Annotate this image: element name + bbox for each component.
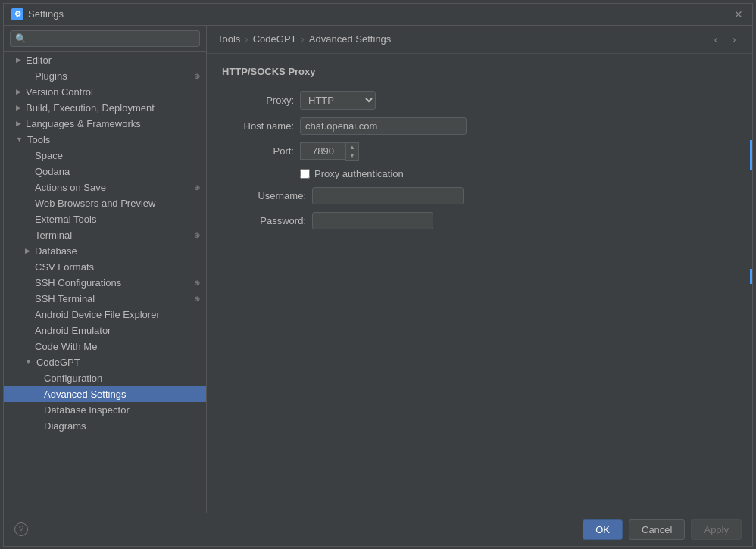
sidebar-item-configuration[interactable]: ▶ Configuration (4, 370, 206, 386)
sidebar-item-csv-formats[interactable]: ▶ CSV Formats (4, 259, 206, 275)
hostname-input[interactable] (300, 117, 467, 135)
dialog-title: Settings (28, 8, 64, 20)
sidebar-item-actions-on-save[interactable]: ▶ Actions on Save ⊕ (4, 179, 206, 195)
expand-icon-db: ▶ (25, 247, 30, 254)
sshc-expand-icon: ⊕ (194, 279, 200, 287)
sidebar-item-ssh-terminal[interactable]: ▶ SSH Terminal ⊕ (4, 291, 206, 307)
sidebar-item-plugins[interactable]: ▶ Plugins ⊕ (4, 68, 206, 84)
search-input[interactable] (10, 30, 200, 47)
breadcrumb-codegpt: CodeGPT (253, 33, 297, 45)
sidebar-item-android-emulator[interactable]: ▶ Android Emulator (4, 323, 206, 338)
password-control (312, 212, 433, 229)
sidebar-item-advanced-settings[interactable]: ▶ Advanced Settings (4, 386, 206, 402)
expand-icon-lang: ▶ (16, 120, 21, 127)
sidebar-item-database[interactable]: ▶ Database (4, 243, 206, 259)
cancel-button[interactable]: Cancel (629, 519, 685, 540)
title-bar: ⚙ Settings ✕ (4, 4, 752, 26)
settings-content: HTTP/SOCKS Proxy Proxy: HTTP SOCKS No pr… (207, 54, 752, 513)
main-content: ▶ Editor ▶ Plugins ⊕ ▶ Version Control ▶… (4, 26, 752, 513)
username-control (312, 187, 464, 204)
sidebar-item-web-browsers[interactable]: ▶ Web Browsers and Preview (4, 195, 206, 211)
expand-icon-tools: ▼ (16, 136, 23, 143)
section-title: HTTP/SOCKS Proxy (222, 66, 737, 80)
sidebar-item-tools[interactable]: ▼ Tools (4, 132, 206, 148)
hostname-row: Host name: (222, 117, 737, 135)
expand-icon-build: ▶ (16, 104, 21, 111)
port-input[interactable] (300, 142, 345, 160)
expand-icon-cgpt: ▼ (25, 358, 32, 366)
sidebar-item-database-inspector[interactable]: ▶ Database Inspector (4, 402, 206, 418)
sidebar: ▶ Editor ▶ Plugins ⊕ ▶ Version Control ▶… (4, 26, 207, 513)
proxy-control: HTTP SOCKS No proxy (300, 91, 376, 110)
sidebar-item-space[interactable]: ▶ Space (4, 148, 206, 164)
settings-dialog: ⚙ Settings ✕ ▶ Editor ▶ Plugins ⊕ ▶ Vers… (3, 3, 753, 547)
password-row: Password: (234, 212, 737, 229)
apply-button[interactable]: Apply (691, 519, 742, 540)
port-control: ▲ ▼ (300, 142, 359, 161)
proxy-auth-row: Proxy authentication (300, 168, 737, 179)
sidebar-item-android-device[interactable]: ▶ Android Device File Explorer (4, 307, 206, 323)
bottom-bar: ? OK Cancel Apply (4, 513, 752, 546)
expand-icon: ▶ (16, 56, 21, 64)
edge-accent-2 (750, 269, 752, 284)
sidebar-item-code-with-me[interactable]: ▶ Code With Me (4, 338, 206, 354)
close-button[interactable]: ✕ (733, 8, 745, 20)
search-box (4, 26, 206, 52)
port-row: Port: ▲ ▼ (222, 142, 737, 161)
sidebar-item-build[interactable]: ▶ Build, Execution, Deployment (4, 100, 206, 116)
password-input[interactable] (312, 212, 433, 229)
dialog-buttons: OK Cancel Apply (583, 519, 742, 540)
sidebar-item-terminal[interactable]: ▶ Terminal ⊕ (4, 227, 206, 243)
term-expand-icon: ⊕ (194, 231, 200, 239)
ssht-expand-icon: ⊕ (194, 295, 200, 303)
breadcrumb-sep-1: › (245, 33, 248, 45)
proxy-auth-checkbox[interactable] (300, 169, 310, 179)
proxy-label: Proxy: (222, 95, 294, 106)
sidebar-item-codegpt[interactable]: ▼ CodeGPT (4, 354, 206, 370)
hostname-control (300, 117, 467, 135)
sidebar-item-version-control[interactable]: ▶ Version Control (4, 84, 206, 100)
username-input[interactable] (312, 187, 464, 204)
sidebar-item-ssh-configurations[interactable]: ▶ SSH Configurations ⊕ (4, 275, 206, 291)
breadcrumb-nav: ‹ › (708, 32, 742, 47)
proxy-auth-label[interactable]: Proxy authentication (314, 168, 404, 179)
username-row: Username: (234, 187, 737, 204)
nav-forward-button[interactable]: › (726, 32, 742, 47)
sidebar-item-diagrams[interactable]: ▶ Diagrams (4, 418, 206, 434)
sidebar-item-qodana[interactable]: ▶ Qodana (4, 164, 206, 179)
expand-icon-vc: ▶ (16, 88, 21, 95)
breadcrumb-advanced: Advanced Settings (309, 33, 391, 45)
edge-accent-1 (750, 140, 752, 170)
port-decrement-button[interactable]: ▼ (346, 151, 358, 160)
port-spinner: ▲ ▼ (345, 142, 359, 161)
breadcrumb-sep-2: › (301, 33, 305, 45)
proxy-row: Proxy: HTTP SOCKS No proxy (222, 91, 737, 110)
sidebar-item-editor[interactable]: ▶ Editor (4, 52, 206, 68)
breadcrumb: Tools › CodeGPT › Advanced Settings ‹ › (207, 26, 752, 54)
settings-icon: ⚙ (11, 8, 23, 20)
nav-back-button[interactable]: ‹ (708, 32, 723, 47)
password-label: Password: (234, 215, 306, 226)
aos-expand-icon: ⊕ (194, 183, 200, 192)
hostname-label: Host name: (222, 120, 294, 132)
port-increment-button[interactable]: ▲ (346, 143, 358, 151)
help-button[interactable]: ? (14, 522, 28, 536)
breadcrumb-tools: Tools (217, 33, 240, 45)
sidebar-item-external-tools[interactable]: ▶ External Tools (4, 211, 206, 227)
title-bar-left: ⚙ Settings (11, 8, 64, 20)
username-label: Username: (234, 190, 306, 201)
sidebar-item-languages[interactable]: ▶ Languages & Frameworks (4, 116, 206, 132)
ok-button[interactable]: OK (583, 519, 623, 540)
right-panel: Tools › CodeGPT › Advanced Settings ‹ › … (207, 26, 752, 513)
plugins-expand-icon: ⊕ (194, 72, 200, 80)
proxy-select[interactable]: HTTP SOCKS No proxy (300, 91, 376, 110)
port-label: Port: (222, 145, 294, 157)
